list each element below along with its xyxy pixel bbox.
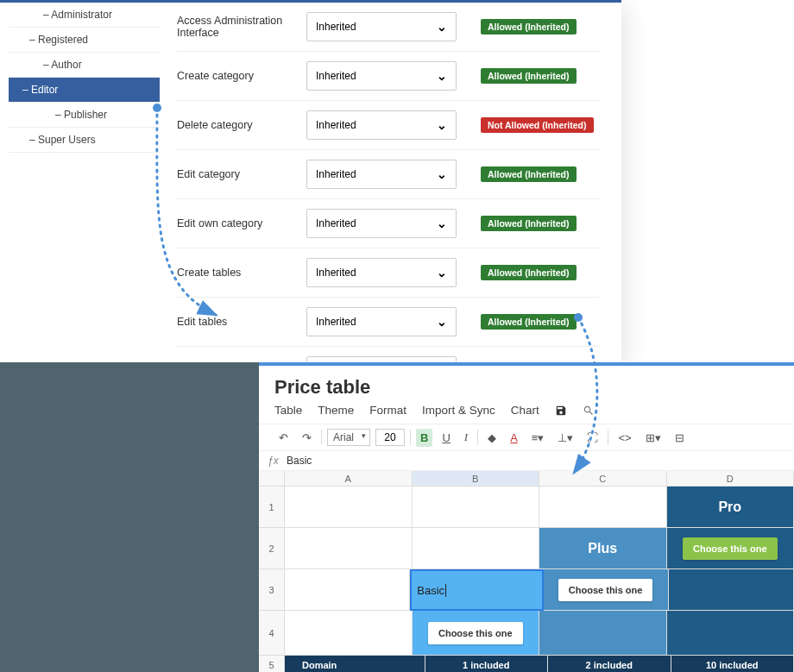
text-color-icon[interactable]: A (506, 429, 522, 447)
permission-select[interactable]: Inherited⌄ (306, 110, 457, 140)
row-5[interactable]: 5 (259, 656, 285, 672)
undo-icon[interactable]: ↶ (274, 429, 293, 447)
col-c[interactable]: C (539, 471, 667, 487)
permission-label: Create category (177, 70, 306, 82)
permission-label: Edit category (177, 168, 306, 180)
chevron-down-icon: ⌄ (437, 315, 447, 329)
cell-c3[interactable]: Choose this one (544, 569, 669, 611)
menu-theme[interactable]: Theme (318, 404, 354, 417)
permission-row: Edit own categoryInherited⌄Allowed (Inhe… (177, 199, 600, 248)
cell-b4[interactable]: Choose this one (413, 611, 540, 656)
row-1[interactable]: 1 (259, 487, 285, 528)
cell-b2[interactable] (413, 528, 540, 569)
cell-d1[interactable]: Pro (667, 487, 795, 528)
chevron-down-icon: ⌄ (437, 167, 447, 181)
permission-label: Access Administration Interface (177, 15, 306, 39)
status-badge: Allowed (Inherited) (481, 216, 577, 231)
cell-b1[interactable] (413, 487, 540, 528)
permission-select[interactable]: Inherited⌄ (306, 61, 457, 91)
cell-a4[interactable] (285, 611, 413, 656)
status-badge: Allowed (Inherited) (481, 19, 577, 35)
sheet-title: Price table (259, 366, 794, 404)
permission-select[interactable]: Inherited⌄ (306, 160, 457, 189)
cell-b3-active[interactable]: Basic (410, 569, 543, 611)
row-4[interactable]: 4 (259, 611, 285, 656)
permission-select[interactable]: Inherited⌄ (306, 209, 457, 238)
sidebar-item-super-users[interactable]: – Super Users (9, 128, 160, 153)
status-badge: Not Allowed (Inherited) (481, 117, 594, 133)
cell-a3[interactable] (285, 569, 410, 611)
cell-d5[interactable]: 10 included (671, 656, 795, 672)
choose-plus-button[interactable]: Choose this one (558, 579, 653, 601)
sheet-menu: Table Theme Format Import & Sync Chart (259, 404, 794, 424)
row-2[interactable]: 2 (259, 528, 285, 569)
status-badge: Allowed (Inherited) (481, 166, 577, 182)
permission-label: Edit tables (177, 316, 306, 328)
row-3[interactable]: 3 (259, 569, 285, 611)
font-select[interactable]: Arial (327, 429, 370, 446)
sidebar-item-editor[interactable]: – Editor (9, 78, 160, 103)
cell-c5[interactable]: 2 included (548, 656, 671, 672)
fx-label: ƒx (268, 455, 287, 467)
choose-pro-button[interactable]: Choose this one (683, 537, 778, 560)
search-icon[interactable] (583, 405, 595, 417)
cell-b5[interactable]: 1 included (425, 656, 549, 672)
redo-icon[interactable]: ↷ (298, 429, 316, 447)
cell-c1[interactable] (539, 487, 667, 528)
toolbar: ↶ ↷ Arial B U I ◆ A ≡▾ ⊥▾ ⛶ <> ⊞▾ ⊟ (259, 424, 794, 451)
permission-label: Delete category (177, 119, 306, 131)
permission-select[interactable]: Inherited⌄ (306, 12, 457, 41)
cell-d3[interactable] (669, 569, 794, 611)
permission-row: Delete categoryInherited⌄Not Allowed (In… (177, 101, 600, 150)
bold-button[interactable]: B (416, 429, 432, 447)
italic-button[interactable]: I (460, 428, 472, 447)
col-b[interactable]: B (413, 471, 540, 487)
fill-color-icon[interactable]: ◆ (483, 429, 501, 447)
permission-select[interactable]: Inherited⌄ (306, 258, 457, 287)
cell-c4[interactable] (539, 611, 667, 656)
select-all-corner[interactable] (259, 471, 285, 487)
user-groups-sidebar: – Administrator – Registered – Author – … (9, 3, 160, 153)
sidebar-item-author[interactable]: – Author (9, 53, 160, 78)
spreadsheet-grid: A B C D 1 Pro 2 Plus Choose this one 3 B… (259, 471, 794, 672)
status-badge: Allowed (Inherited) (481, 314, 577, 330)
merge-icon[interactable]: ⊟ (671, 429, 689, 447)
chevron-down-icon: ⌄ (437, 217, 447, 230)
status-badge: Allowed (Inherited) (481, 68, 577, 84)
chevron-down-icon: ⌄ (437, 20, 447, 34)
chevron-down-icon: ⌄ (437, 69, 447, 83)
sidebar-item-publisher[interactable]: – Publisher (9, 103, 160, 128)
choose-basic-button[interactable]: Choose this one (428, 622, 523, 644)
cell-a2[interactable] (285, 528, 413, 569)
cell-d2[interactable]: Choose this one (667, 528, 795, 569)
cell-c2[interactable]: Plus (539, 528, 667, 569)
status-badge: Allowed (Inherited) (481, 265, 577, 280)
menu-chart[interactable]: Chart (511, 404, 539, 417)
align-icon[interactable]: ≡▾ (527, 429, 549, 447)
cell-a5[interactable]: Domain (285, 656, 425, 672)
fx-value[interactable]: Basic (287, 455, 312, 467)
menu-table[interactable]: Table (274, 404, 302, 417)
code-icon[interactable]: <> (614, 429, 635, 447)
grid-icon[interactable]: ⊞▾ (641, 429, 665, 447)
col-a[interactable]: A (285, 471, 413, 487)
sidebar-item-registered[interactable]: – Registered (9, 28, 160, 53)
permission-row: Create categoryInherited⌄Allowed (Inheri… (177, 52, 600, 101)
font-size-input[interactable] (375, 429, 405, 446)
permission-row: Create tablesInherited⌄Allowed (Inherite… (177, 248, 600, 298)
permission-label: Edit own category (177, 217, 306, 229)
menu-format[interactable]: Format (369, 404, 406, 417)
permission-select[interactable]: Inherited⌄ (306, 307, 457, 336)
save-icon[interactable] (555, 405, 567, 417)
sidebar-item-administrator[interactable]: – Administrator (9, 3, 160, 28)
chevron-down-icon: ⌄ (437, 118, 447, 132)
underline-button[interactable]: U (438, 429, 454, 447)
menu-import-sync[interactable]: Import & Sync (422, 404, 495, 417)
col-d[interactable]: D (667, 471, 795, 487)
valign-icon[interactable]: ⊥▾ (553, 429, 577, 447)
fullscreen-icon[interactable]: ⛶ (583, 429, 602, 447)
permission-row: Access Administration InterfaceInherited… (177, 3, 600, 52)
cell-d4[interactable] (667, 611, 795, 656)
cell-a1[interactable] (285, 487, 413, 528)
permission-label: Create tables (177, 267, 306, 279)
